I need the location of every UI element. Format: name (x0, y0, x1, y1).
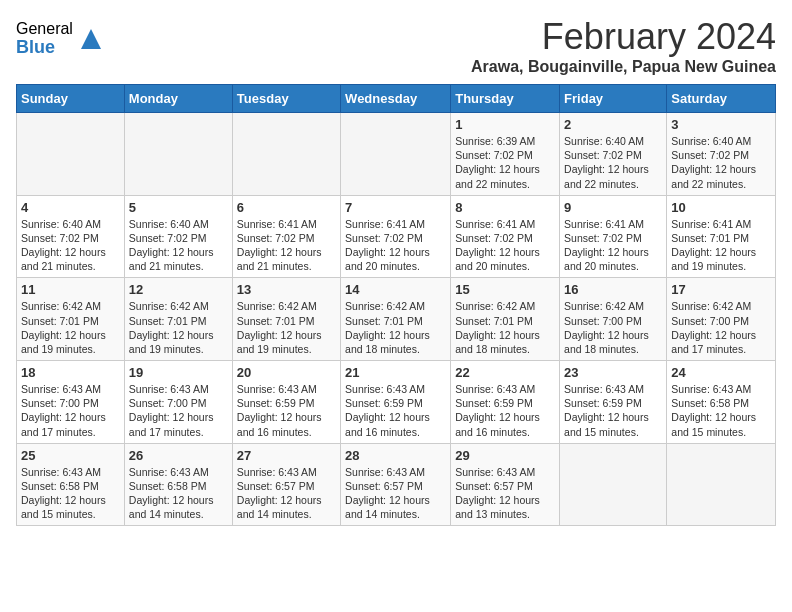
week-row-3: 18Sunrise: 6:43 AM Sunset: 7:00 PM Dayli… (17, 361, 776, 444)
title-section: February 2024 Arawa, Bougainville, Papua… (471, 16, 776, 76)
day-cell: 27Sunrise: 6:43 AM Sunset: 6:57 PM Dayli… (232, 443, 340, 526)
day-info: Sunrise: 6:43 AM Sunset: 6:59 PM Dayligh… (455, 382, 555, 439)
header-thursday: Thursday (451, 85, 560, 113)
day-info: Sunrise: 6:43 AM Sunset: 6:59 PM Dayligh… (345, 382, 446, 439)
day-number: 19 (129, 365, 228, 380)
header-monday: Monday (124, 85, 232, 113)
day-info: Sunrise: 6:43 AM Sunset: 6:57 PM Dayligh… (345, 465, 446, 522)
month-title: February 2024 (471, 16, 776, 58)
day-cell: 12Sunrise: 6:42 AM Sunset: 7:01 PM Dayli… (124, 278, 232, 361)
day-info: Sunrise: 6:43 AM Sunset: 6:59 PM Dayligh… (237, 382, 336, 439)
header-saturday: Saturday (667, 85, 776, 113)
day-cell: 22Sunrise: 6:43 AM Sunset: 6:59 PM Dayli… (451, 361, 560, 444)
day-number: 1 (455, 117, 555, 132)
day-cell: 18Sunrise: 6:43 AM Sunset: 7:00 PM Dayli… (17, 361, 125, 444)
day-cell: 21Sunrise: 6:43 AM Sunset: 6:59 PM Dayli… (341, 361, 451, 444)
day-number: 11 (21, 282, 120, 297)
day-info: Sunrise: 6:43 AM Sunset: 7:00 PM Dayligh… (21, 382, 120, 439)
day-number: 23 (564, 365, 662, 380)
calendar-body: 1Sunrise: 6:39 AM Sunset: 7:02 PM Daylig… (17, 113, 776, 526)
week-row-1: 4Sunrise: 6:40 AM Sunset: 7:02 PM Daylig… (17, 195, 776, 278)
day-info: Sunrise: 6:42 AM Sunset: 7:01 PM Dayligh… (455, 299, 555, 356)
day-cell: 8Sunrise: 6:41 AM Sunset: 7:02 PM Daylig… (451, 195, 560, 278)
logo-icon (77, 25, 105, 53)
day-cell: 1Sunrise: 6:39 AM Sunset: 7:02 PM Daylig… (451, 113, 560, 196)
day-cell: 4Sunrise: 6:40 AM Sunset: 7:02 PM Daylig… (17, 195, 125, 278)
day-info: Sunrise: 6:41 AM Sunset: 7:01 PM Dayligh… (671, 217, 771, 274)
day-number: 22 (455, 365, 555, 380)
day-info: Sunrise: 6:42 AM Sunset: 7:01 PM Dayligh… (345, 299, 446, 356)
week-row-0: 1Sunrise: 6:39 AM Sunset: 7:02 PM Daylig… (17, 113, 776, 196)
header-row: SundayMondayTuesdayWednesdayThursdayFrid… (17, 85, 776, 113)
day-number: 7 (345, 200, 446, 215)
day-info: Sunrise: 6:41 AM Sunset: 7:02 PM Dayligh… (455, 217, 555, 274)
day-cell: 17Sunrise: 6:42 AM Sunset: 7:00 PM Dayli… (667, 278, 776, 361)
day-info: Sunrise: 6:41 AM Sunset: 7:02 PM Dayligh… (237, 217, 336, 274)
page-header: General Blue February 2024 Arawa, Bougai… (16, 16, 776, 76)
day-cell: 23Sunrise: 6:43 AM Sunset: 6:59 PM Dayli… (560, 361, 667, 444)
day-number: 12 (129, 282, 228, 297)
week-row-4: 25Sunrise: 6:43 AM Sunset: 6:58 PM Dayli… (17, 443, 776, 526)
day-number: 27 (237, 448, 336, 463)
day-cell: 25Sunrise: 6:43 AM Sunset: 6:58 PM Dayli… (17, 443, 125, 526)
day-cell: 7Sunrise: 6:41 AM Sunset: 7:02 PM Daylig… (341, 195, 451, 278)
day-number: 3 (671, 117, 771, 132)
day-cell: 28Sunrise: 6:43 AM Sunset: 6:57 PM Dayli… (341, 443, 451, 526)
day-cell: 13Sunrise: 6:42 AM Sunset: 7:01 PM Dayli… (232, 278, 340, 361)
day-info: Sunrise: 6:41 AM Sunset: 7:02 PM Dayligh… (345, 217, 446, 274)
day-info: Sunrise: 6:43 AM Sunset: 7:00 PM Dayligh… (129, 382, 228, 439)
day-info: Sunrise: 6:43 AM Sunset: 6:57 PM Dayligh… (237, 465, 336, 522)
day-info: Sunrise: 6:40 AM Sunset: 7:02 PM Dayligh… (564, 134, 662, 191)
location-title: Arawa, Bougainville, Papua New Guinea (471, 58, 776, 76)
day-number: 29 (455, 448, 555, 463)
logo-blue: Blue (16, 38, 73, 58)
day-cell (341, 113, 451, 196)
day-number: 24 (671, 365, 771, 380)
day-number: 28 (345, 448, 446, 463)
day-number: 16 (564, 282, 662, 297)
day-number: 4 (21, 200, 120, 215)
day-cell: 14Sunrise: 6:42 AM Sunset: 7:01 PM Dayli… (341, 278, 451, 361)
day-cell: 2Sunrise: 6:40 AM Sunset: 7:02 PM Daylig… (560, 113, 667, 196)
day-cell: 3Sunrise: 6:40 AM Sunset: 7:02 PM Daylig… (667, 113, 776, 196)
day-cell: 5Sunrise: 6:40 AM Sunset: 7:02 PM Daylig… (124, 195, 232, 278)
day-cell: 11Sunrise: 6:42 AM Sunset: 7:01 PM Dayli… (17, 278, 125, 361)
day-cell: 20Sunrise: 6:43 AM Sunset: 6:59 PM Dayli… (232, 361, 340, 444)
day-number: 15 (455, 282, 555, 297)
header-friday: Friday (560, 85, 667, 113)
day-number: 26 (129, 448, 228, 463)
day-info: Sunrise: 6:43 AM Sunset: 6:58 PM Dayligh… (129, 465, 228, 522)
calendar-header: SundayMondayTuesdayWednesdayThursdayFrid… (17, 85, 776, 113)
day-number: 20 (237, 365, 336, 380)
day-number: 2 (564, 117, 662, 132)
day-info: Sunrise: 6:43 AM Sunset: 6:58 PM Dayligh… (21, 465, 120, 522)
day-info: Sunrise: 6:42 AM Sunset: 7:00 PM Dayligh… (671, 299, 771, 356)
day-cell (17, 113, 125, 196)
day-number: 5 (129, 200, 228, 215)
day-info: Sunrise: 6:39 AM Sunset: 7:02 PM Dayligh… (455, 134, 555, 191)
day-info: Sunrise: 6:42 AM Sunset: 7:01 PM Dayligh… (237, 299, 336, 356)
day-info: Sunrise: 6:42 AM Sunset: 7:01 PM Dayligh… (129, 299, 228, 356)
day-cell: 19Sunrise: 6:43 AM Sunset: 7:00 PM Dayli… (124, 361, 232, 444)
logo-text: General Blue (16, 20, 73, 57)
day-cell: 16Sunrise: 6:42 AM Sunset: 7:00 PM Dayli… (560, 278, 667, 361)
day-cell (124, 113, 232, 196)
day-info: Sunrise: 6:40 AM Sunset: 7:02 PM Dayligh… (21, 217, 120, 274)
day-number: 25 (21, 448, 120, 463)
day-cell (667, 443, 776, 526)
day-info: Sunrise: 6:40 AM Sunset: 7:02 PM Dayligh… (671, 134, 771, 191)
day-number: 8 (455, 200, 555, 215)
day-number: 14 (345, 282, 446, 297)
logo: General Blue (16, 20, 105, 57)
day-info: Sunrise: 6:41 AM Sunset: 7:02 PM Dayligh… (564, 217, 662, 274)
day-cell: 26Sunrise: 6:43 AM Sunset: 6:58 PM Dayli… (124, 443, 232, 526)
day-info: Sunrise: 6:43 AM Sunset: 6:58 PM Dayligh… (671, 382, 771, 439)
header-tuesday: Tuesday (232, 85, 340, 113)
day-info: Sunrise: 6:42 AM Sunset: 7:00 PM Dayligh… (564, 299, 662, 356)
day-info: Sunrise: 6:42 AM Sunset: 7:01 PM Dayligh… (21, 299, 120, 356)
day-cell: 6Sunrise: 6:41 AM Sunset: 7:02 PM Daylig… (232, 195, 340, 278)
day-cell (560, 443, 667, 526)
day-cell: 10Sunrise: 6:41 AM Sunset: 7:01 PM Dayli… (667, 195, 776, 278)
svg-marker-0 (81, 29, 101, 49)
week-row-2: 11Sunrise: 6:42 AM Sunset: 7:01 PM Dayli… (17, 278, 776, 361)
